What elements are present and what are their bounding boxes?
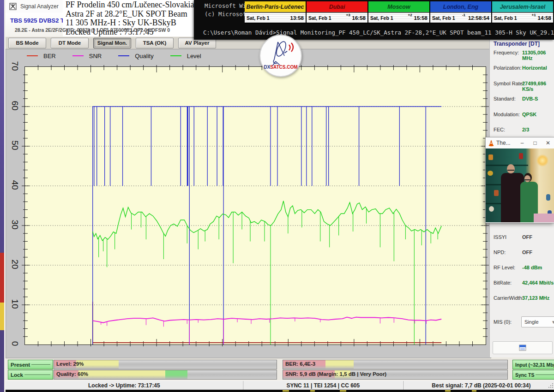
clock-time: 14:58+1 [538,15,551,21]
legend-label: Quality [135,53,153,59]
status-box-present: Present [8,360,53,369]
gauge-level: Level: 29% [54,360,277,369]
signal-waves-icon [289,43,293,52]
vlc-maximize-button[interactable]: □ [529,140,542,146]
terminal-window[interactable]: Microsoft Wind (c) Microsoft C:\Users\Ro… [194,0,554,40]
panel-label-polarization: Polarization: [494,65,522,71]
background-window-edge [0,0,4,392]
signal-chart [25,67,486,344]
panel-label-npd: NPD: [494,249,506,255]
clock-city-label: Jerusalem-Israel [492,1,553,13]
clock-time: 16:58+3 [352,15,366,21]
vlc-cone-icon [488,140,494,147]
y-tick-label-70: 70 [10,60,20,72]
shelf [486,165,528,166]
status-box-input-32-31-mbps: Input (~32,31 Mbps) [512,360,554,369]
panel-value-frequency: 11305,006 MHz [522,50,554,61]
caption-line-1: PF Prodelin 450 cm/Lučenec-Slovakia [66,0,202,10]
mis-value: Single [524,319,539,325]
panel-label-issyi: ISSYI [494,234,506,240]
toolbar-button-tsa-ok[interactable]: TSA (OK) [136,38,174,48]
panel-value-issyi: OFF [522,234,532,240]
panel-label-standard: Standard: [494,96,516,101]
clock-date: Sat, Feb 1 [370,15,393,21]
status-segment-1: Locked -> Uptime: 73:17:45 [6,381,243,390]
shelf-item [546,194,550,201]
y-tick-label-40: 40 [10,179,20,191]
clock-utc-offset: +1 [532,13,536,17]
logo-text-red: SATCS.COM [270,65,297,70]
resize-grip[interactable] [548,382,553,388]
legend-item-snr: SNR [72,53,102,59]
vlc-video-frame[interactable] [486,148,554,222]
panel-value-symbol-rate: 27499,696 KS/s [522,81,554,92]
series-level [93,201,442,344]
panel-label-fec: FEC: [494,127,505,132]
y-tick-label-50: 50 [10,139,20,151]
clock-city-label: Moscow [368,1,429,13]
caption-line-2: Astra 2F at 28.2°E_UK SPOT Beam [66,10,202,19]
tuner-info: 28.2E - Astra 2E/2F/2G (ID: 0282) @ LOF1… [15,27,170,33]
status-bar: Locked -> Uptime: 73:17:45SYNC 11 | TEI … [6,380,554,390]
status-box-sync-ts: Sync TS [512,370,554,380]
y-tick-label-0: 0 [10,338,20,350]
toolbar-button-bs-mode[interactable]: BS Mode [8,38,46,48]
clock-dubai: DubaiSat, Feb 116:58+3 [307,1,367,24]
vlc-close-button[interactable]: ✕ [542,140,554,146]
clock-time-row: Sat, Feb 114:58+1 [492,13,553,23]
legend-label: Level [187,53,201,59]
panel-value-bitrate: 42,464 Mbit/s [522,280,554,285]
gauge-ber: BER: 6,4E-3 [283,360,508,369]
screen: Signal Analyzer TBS 5925 DVBS2 Tuner 28.… [0,0,554,392]
clock-time: 15:58+2 [414,15,428,21]
gauge-segment [165,370,187,379]
mis-label: MIS (0): [494,319,512,325]
panel-label-carrierwidth: CarrierWidth: [494,295,524,301]
legend-swatch-ber [27,55,38,56]
glasses-icon [507,170,514,172]
dxsatcs-logo: DXSATCS.COM [259,35,302,77]
legend-item-level: Level [170,53,201,59]
clock-date: Sat, Feb 1 [494,15,517,21]
clock-london-eng: London, EngSat, Feb 112:58:54-1 [430,1,491,24]
terminal-line-2: (c) Microsoft [205,11,250,18]
shelf-item [488,171,493,176]
satellite-dish-icon [272,40,288,66]
legend-item-ber: BER [27,53,56,59]
y-tick-label-60: 60 [10,100,20,112]
series-ber [93,302,441,344]
gauge-label: BER: 6,4E-3 [285,361,315,367]
clock-moscow: MoscowSat, Feb 115:58+2 [368,1,429,24]
legend-swatch-quality [118,55,129,56]
panel-label-frequency: Frequency: [494,50,519,55]
panel-value-polarization: Horizontal [522,65,547,71]
legend-item-quality: Quality [118,53,153,59]
signal-plot [24,66,486,345]
panel-label-modulation: Modulation: [494,112,520,117]
mis-dropdown[interactable]: Single ▼ [521,316,554,327]
svg-text:DXSATCS.COM: DXSATCS.COM [264,65,297,70]
panel-label-bitrate: BitRate: [494,280,512,285]
vlc-window[interactable]: The... – □ ✕ [485,137,554,223]
panel-value-rf-level: -48 dBm [522,265,542,270]
toolbar-button-signal-mon[interactable]: Signal Mon. [93,38,131,48]
gauge-quality: Quality: 60% [54,370,277,380]
chart-legend: BERSNRQualityLevel [27,52,201,60]
disk-icon [519,344,526,351]
vlc-minimize-button[interactable]: – [516,140,529,146]
chevron-down-icon: ▼ [551,320,554,325]
y-tick-label-30: 30 [10,219,20,231]
panel-value-carrierwidth: 37,123 MHz [522,295,549,301]
lamp-glow [536,154,548,166]
desktop-strip [6,390,554,392]
background-red-fragment [0,253,4,303]
clock-time: 13:58 [290,15,304,21]
gauge-label: Quality: 60% [56,371,88,377]
y-tick-label-20: 20 [10,258,20,270]
panel-save-button[interactable] [493,341,553,354]
status-box-lock: Lock [8,370,53,380]
clock-time-row: Sat, Feb 113:58 [245,13,306,23]
clock-time: 12:58:54-1 [468,15,489,21]
vlc-window-title: The... [496,140,516,146]
toolbar-button-dt-mode[interactable]: DT Mode [51,38,89,48]
